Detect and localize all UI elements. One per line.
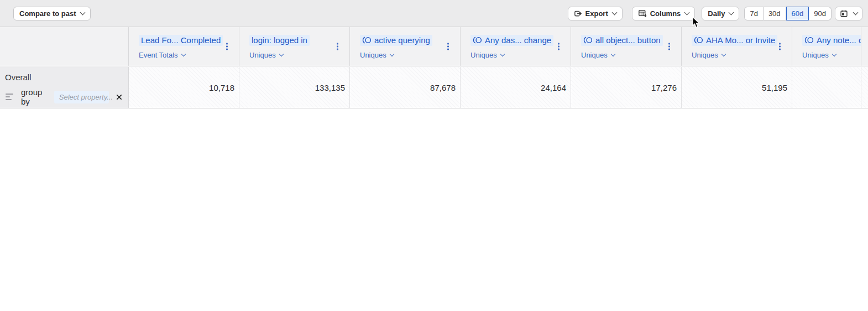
column-title: Any das... change [470,35,562,46]
metric-selector[interactable]: Uniques [692,51,783,59]
table-cell[interactable]: 24,164 [461,67,571,108]
range-60d-button[interactable]: 60d [786,7,809,20]
metric-selector[interactable]: Uniques [249,51,341,59]
toolbar-right-group: Export Columns Daily 7d 30d 60d 90d [568,7,862,20]
row-label: Overall [5,72,124,82]
column-header[interactable]: Lead Fo... Completed Event Totals [129,27,239,66]
group-by-icon [6,94,13,101]
column-menu-icon[interactable] [336,42,339,51]
metric-selector[interactable]: Uniques [581,51,672,59]
chevron-down-icon [610,52,615,56]
column-menu-icon[interactable] [667,42,671,51]
column-menu-icon[interactable] [446,42,450,51]
chevron-down-icon [721,52,725,56]
column-title: all object... button [581,35,672,46]
metric-selector[interactable]: Event Totals [139,51,230,59]
grouped-event-icon [362,37,372,44]
range-7d-button[interactable]: 7d [744,7,763,20]
chevron-down-icon [611,9,617,15]
compare-to-past-label: Compare to past [19,9,76,18]
export-label: Export [585,9,608,18]
columns-label: Columns [650,9,681,18]
grouped-event-icon [694,37,703,44]
group-by-control: group by Select property... [4,87,124,106]
chevron-down-icon [389,52,394,56]
header-overflow [861,27,868,66]
header-spacer [0,27,129,66]
columns-button[interactable]: Columns [632,7,696,20]
date-range-segmented-control: 7d 30d 60d 90d [744,7,832,20]
column-title: login: logged in [249,35,341,46]
export-button[interactable]: Export [568,7,623,20]
metric-selector[interactable]: Uniques [360,51,451,59]
table-cell[interactable]: 51,195 [682,67,792,108]
column-header[interactable]: all object... button Uniques [571,27,682,66]
table-cell[interactable]: 87,678 [350,67,461,108]
chevron-down-icon [729,9,734,15]
analytics-dashboard: Compare to past Export Columns Daily [0,0,868,311]
table-cell[interactable]: 17,276 [571,67,682,108]
group-by-label: group by [21,87,48,106]
toolbar: Compare to past Export Columns Daily [0,0,868,27]
chevron-down-icon [832,52,836,56]
close-icon[interactable] [114,92,124,102]
column-header[interactable]: login: logged in Uniques [239,27,350,66]
table-cell[interactable] [792,67,861,108]
range-30d-button[interactable]: 30d [764,7,786,20]
group-by-property-input[interactable]: Select property... [54,91,109,103]
metric-selector[interactable]: Uniques [802,51,852,59]
chevron-down-icon [181,52,185,56]
column-menu-icon[interactable] [557,42,561,51]
table-cell[interactable]: 133,135 [239,67,350,108]
calendar-button[interactable] [835,7,862,20]
grouped-event-icon [804,37,814,44]
column-title: Any note... cha [802,35,852,46]
row-header-cell: Overall group by Select property... [0,67,129,108]
column-menu-icon[interactable] [225,42,229,51]
metric-selector[interactable]: Uniques [470,51,562,59]
chevron-down-icon [279,52,283,56]
table-header-row: Lead Fo... Completed Event Totals login:… [0,27,868,66]
range-90d-button[interactable]: 90d [809,7,832,20]
columns-icon [638,9,647,18]
table-row: Overall group by Select property... 10,7… [0,67,868,108]
grouped-event-icon [473,37,482,44]
grouped-event-icon [583,37,593,44]
column-title: Lead Fo... Completed [139,35,230,46]
table-cell[interactable]: 10,718 [129,67,239,108]
chevron-down-icon [684,9,690,15]
interval-label: Daily [708,9,725,18]
cell-overflow [861,67,868,108]
compare-to-past-button[interactable]: Compare to past [13,7,91,20]
column-header[interactable]: Any das... change Uniques [461,27,571,66]
column-header[interactable]: Any note... cha Uniques [792,27,861,66]
chevron-down-icon [80,9,85,15]
column-header[interactable]: AHA Mo... or Invite Uniques [682,27,792,66]
column-title: AHA Mo... or Invite [692,35,783,46]
chevron-down-icon [853,9,859,15]
chevron-down-icon [500,52,504,56]
interval-button[interactable]: Daily [702,7,739,20]
export-icon [574,9,582,18]
column-header[interactable]: active querying Uniques [350,27,461,66]
calendar-icon [840,9,848,18]
column-menu-icon[interactable] [778,42,782,51]
column-title: active querying [360,35,451,46]
